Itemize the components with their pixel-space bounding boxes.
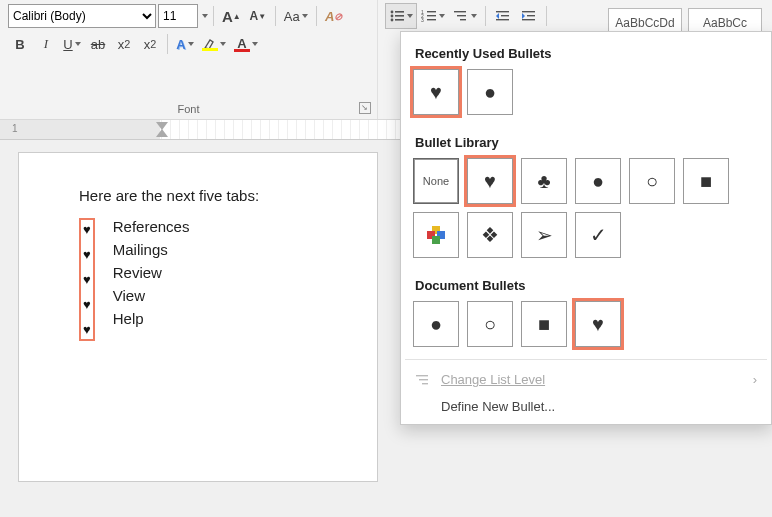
numbering-icon: 1 2 3 (421, 9, 437, 23)
fourcolor-icon (427, 226, 445, 244)
change-case-button[interactable]: Aa (281, 4, 311, 28)
heart-icon: ♥ (83, 297, 91, 312)
bullet-swatch-ring[interactable]: ○ (629, 158, 675, 204)
bullet-swatch-square[interactable]: ■ (683, 158, 729, 204)
svg-rect-1 (395, 11, 404, 13)
bullets-highlight-box: ♥ ♥ ♥ ♥ ♥ (79, 218, 95, 341)
bullets-button[interactable] (386, 4, 416, 28)
clear-formatting-button[interactable]: A⊘ (322, 4, 346, 28)
strike-button[interactable]: ab (86, 32, 110, 56)
change-list-level-menu: Change List Level › (401, 366, 771, 393)
bullet-swatch-heart[interactable]: ♥ (413, 69, 459, 115)
italic-button[interactable]: I (34, 32, 58, 56)
intro-text: Here are the next five tabs: (79, 187, 353, 204)
svg-rect-7 (427, 11, 436, 12)
svg-rect-15 (496, 11, 509, 12)
chevron-down-icon[interactable] (202, 14, 208, 18)
bullet-swatch-ring[interactable]: ○ (467, 301, 513, 347)
font-family-select[interactable]: Calibri (Body) (8, 4, 156, 28)
svg-rect-11 (427, 19, 436, 20)
svg-rect-18 (522, 11, 535, 12)
increase-indent-button[interactable] (517, 4, 541, 28)
bullet-swatch-disc[interactable]: ● (413, 301, 459, 347)
bullet-swatch-arrow[interactable]: ➢ (521, 212, 567, 258)
document-bullets-header: Document Bullets (415, 278, 759, 293)
list-level-icon (415, 373, 431, 387)
indent-icon (521, 9, 537, 23)
bulleted-list: ♥ ♥ ♥ ♥ ♥ References Mailings Review Vie… (79, 218, 353, 341)
shrink-font-button[interactable]: A▼ (246, 4, 270, 28)
subscript-button[interactable]: x2 (112, 32, 136, 56)
chevron-right-icon: › (753, 372, 757, 387)
superscript-button[interactable]: x2 (138, 32, 162, 56)
svg-rect-16 (496, 19, 509, 20)
define-new-bullet-label: Define New Bullet... (441, 399, 555, 414)
list-item: Help (113, 310, 190, 327)
svg-text:3: 3 (421, 17, 424, 23)
decrease-indent-button[interactable] (491, 4, 515, 28)
highlight-color-swatch (202, 48, 218, 51)
svg-rect-22 (419, 379, 428, 380)
bullet-swatch-none[interactable]: None (413, 158, 459, 204)
svg-rect-21 (416, 375, 428, 376)
svg-rect-23 (422, 383, 428, 384)
multilevel-list-button[interactable] (450, 4, 480, 28)
list-item: References (113, 218, 190, 235)
svg-rect-14 (460, 19, 466, 20)
heart-icon: ♥ (83, 222, 91, 237)
list-item: View (113, 287, 190, 304)
bullet-swatch-square[interactable]: ■ (521, 301, 567, 347)
font-group-label: Font (0, 103, 377, 115)
text-effects-button[interactable]: A (173, 32, 197, 56)
svg-rect-9 (427, 15, 436, 16)
bold-button[interactable]: B (8, 32, 32, 56)
heart-icon: ♥ (83, 322, 91, 337)
svg-rect-17 (501, 15, 509, 16)
bullet-library-header: Bullet Library (415, 135, 759, 150)
heart-icon: ♥ (83, 247, 91, 262)
change-list-level-label: Change List Level (441, 372, 545, 387)
svg-point-4 (391, 19, 394, 22)
list-item: Review (113, 264, 190, 281)
bullet-swatch-fourcolor[interactable] (413, 212, 459, 258)
hanging-indent-marker[interactable] (156, 129, 168, 137)
font-color-button[interactable]: A (231, 32, 261, 56)
svg-rect-3 (395, 15, 404, 17)
font-dialog-launcher[interactable]: ↘ (359, 102, 371, 114)
font-size-input[interactable] (158, 4, 198, 28)
grow-font-button[interactable]: A▲ (219, 4, 244, 28)
list-item: Mailings (113, 241, 190, 258)
bullet-library-panel: Recently Used Bullets ♥ ● Bullet Library… (400, 31, 772, 425)
svg-rect-19 (522, 19, 535, 20)
highlight-color-button[interactable] (199, 32, 229, 56)
document-page[interactable]: Here are the next five tabs: ♥ ♥ ♥ ♥ ♥ R… (18, 152, 378, 482)
bullets-icon (389, 9, 405, 23)
outdent-icon (495, 9, 511, 23)
underline-button[interactable]: U (60, 32, 84, 56)
define-new-bullet-menu[interactable]: Define New Bullet... (401, 393, 771, 420)
svg-rect-5 (395, 19, 404, 21)
multilevel-icon (453, 9, 469, 23)
bullet-swatch-club[interactable]: ♣ (521, 158, 567, 204)
font-group: Calibri (Body) A▲ A▼ Aa A⊘ B I U ab x2 x… (0, 0, 378, 119)
svg-rect-13 (457, 15, 466, 16)
bullet-swatch-fourdiamond[interactable]: ❖ (467, 212, 513, 258)
recent-bullets-header: Recently Used Bullets (415, 46, 759, 61)
ruler-mark: 1 (12, 123, 18, 134)
font-color-swatch (234, 49, 250, 52)
bullet-swatch-disc[interactable]: ● (467, 69, 513, 115)
bullet-swatch-heart[interactable]: ♥ (575, 301, 621, 347)
numbering-button[interactable]: 1 2 3 (418, 4, 448, 28)
bullet-swatch-check[interactable]: ✓ (575, 212, 621, 258)
bullet-swatch-disc[interactable]: ● (575, 158, 621, 204)
bullet-swatch-heart[interactable]: ♥ (467, 158, 513, 204)
svg-point-2 (391, 15, 394, 18)
svg-point-0 (391, 11, 394, 14)
svg-rect-20 (527, 15, 535, 16)
svg-rect-12 (454, 11, 466, 12)
heart-icon: ♥ (83, 272, 91, 287)
